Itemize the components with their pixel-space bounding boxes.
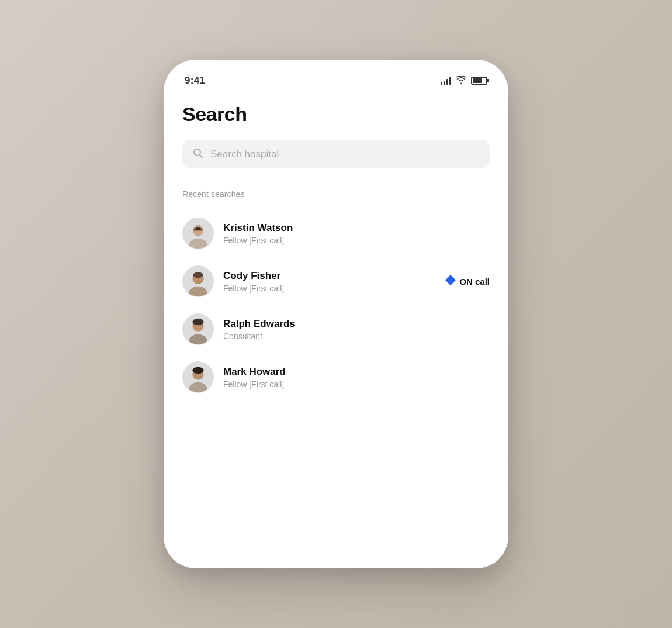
result-info-mark-howard: Mark Howard Fellow [First call] [223,366,490,389]
svg-point-0 [194,149,200,156]
result-name: Mark Howard [223,366,490,378]
signal-icon [441,77,451,85]
result-name: Ralph Edwards [223,318,490,330]
recent-searches-label: Recent searches [182,189,490,199]
result-info-ralph-edwards: Ralph Edwards Consultant [223,318,490,341]
status-icons [441,76,487,86]
main-content: Search Search hospital Recent searches [164,91,508,420]
result-info-cody-fisher: Cody Fisher Fellow [First call] [223,270,445,293]
svg-point-12 [192,319,203,326]
avatar-mark-howard [182,361,214,393]
result-info-kristin-watson: Kristin Watson Fellow [First call] [223,222,490,245]
avatar-kristin-watson [182,218,214,249]
on-call-badge: ON call [445,275,490,288]
search-results-list: Kristin Watson Fellow [First call] Cody … [182,209,490,401]
phone-frame: 9:41 [164,60,508,568]
avatar-cody-fisher [182,265,214,297]
avatar-ralph-edwards [182,313,214,345]
search-icon [193,148,203,160]
status-bar: 9:41 [164,60,508,91]
diamond-icon [445,275,456,288]
result-name: Cody Fisher [223,270,445,282]
page-title: Search [182,103,490,126]
search-placeholder: Search hospital [210,149,279,160]
wifi-icon [456,76,466,86]
result-role: Fellow [First call] [223,236,490,245]
svg-point-8 [193,272,203,278]
result-item-cody-fisher[interactable]: Cody Fisher Fellow [First call] ON call [182,257,490,305]
result-role: Consultant [223,332,490,341]
search-bar[interactable]: Search hospital [182,140,490,168]
result-item-mark-howard[interactable]: Mark Howard Fellow [First call] [182,353,490,401]
result-name: Kristin Watson [223,222,490,234]
result-role: Fellow [First call] [223,284,445,293]
status-time: 9:41 [185,75,205,87]
result-item-kristin-watson[interactable]: Kristin Watson Fellow [First call] [182,209,490,257]
result-role: Fellow [First call] [223,379,490,389]
result-item-ralph-edwards[interactable]: Ralph Edwards Consultant [182,305,490,353]
on-call-text: ON call [459,277,490,287]
battery-icon [471,77,487,85]
svg-point-16 [192,367,203,374]
